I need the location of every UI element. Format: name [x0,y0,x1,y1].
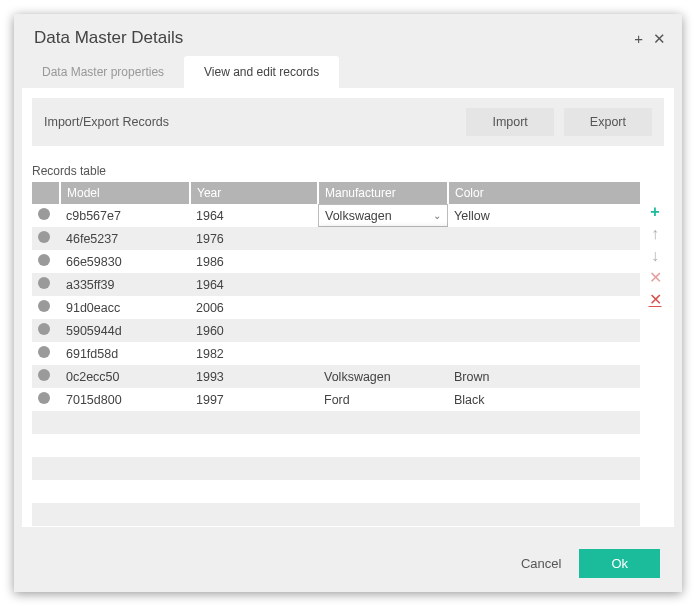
table-row[interactable]: 91d0eacc2006 [32,296,640,319]
cell-manufacturer[interactable] [318,480,448,503]
cell-model[interactable]: 91d0eacc [60,296,190,319]
row-handle[interactable] [32,388,60,411]
move-up-icon[interactable]: ↑ [646,226,664,242]
row-handle[interactable] [32,480,60,503]
row-handle[interactable] [32,434,60,457]
cell-manufacturer[interactable] [318,342,448,365]
cell-model[interactable] [60,434,190,457]
export-button[interactable]: Export [564,108,652,136]
row-handle[interactable] [32,204,60,227]
cell-color[interactable] [448,227,640,250]
move-down-icon[interactable]: ↓ [646,248,664,264]
cell-model[interactable] [60,457,190,480]
cell-model[interactable] [60,480,190,503]
cell-year[interactable]: 1986 [190,250,318,273]
close-icon[interactable]: ✕ [653,31,666,46]
cell-color[interactable] [448,319,640,342]
table-row[interactable] [32,434,640,457]
row-handle[interactable] [32,503,60,526]
row-handle[interactable] [32,342,60,365]
table-row[interactable] [32,457,640,480]
cell-year[interactable] [190,411,318,434]
table-row[interactable] [32,480,640,503]
cell-year[interactable] [190,480,318,503]
cell-year[interactable]: 1993 [190,365,318,388]
cell-year[interactable] [190,457,318,480]
table-row[interactable]: 0c2ecc501993VolkswagenBrown [32,365,640,388]
manufacturer-dropdown[interactable]: Volkswagen⌄ [318,204,448,227]
table-row[interactable]: 691fd58d1982 [32,342,640,365]
table-row[interactable]: 66e598301986 [32,250,640,273]
table-row[interactable]: c9b567e71964Volkswagen⌄SelectVolkswagenC… [32,204,640,227]
row-handle[interactable] [32,250,60,273]
cell-model[interactable] [60,503,190,526]
tab-view-edit[interactable]: View and edit records [184,56,339,88]
cell-color[interactable] [448,457,640,480]
cell-model[interactable]: 5905944d [60,319,190,342]
cell-year[interactable]: 1964 [190,273,318,296]
cell-color[interactable] [448,296,640,319]
cell-manufacturer[interactable]: Volkswagen⌄SelectVolkswagenChryslerFordM… [318,204,448,227]
cell-color[interactable] [448,411,640,434]
add-icon[interactable]: + [634,31,643,46]
cell-manufacturer[interactable] [318,319,448,342]
row-handle[interactable] [32,411,60,434]
cell-manufacturer[interactable] [318,503,448,526]
row-handle[interactable] [32,365,60,388]
cell-manufacturer[interactable] [318,434,448,457]
col-header-color[interactable]: Color [448,182,640,204]
cell-year[interactable]: 1964 [190,204,318,227]
cell-year[interactable]: 1960 [190,319,318,342]
cell-color[interactable] [448,480,640,503]
cell-color[interactable]: Yellow [448,204,640,227]
row-handle[interactable] [32,296,60,319]
delete-all-icon[interactable]: ✕ [646,292,664,308]
cell-year[interactable]: 1976 [190,227,318,250]
col-header-model[interactable]: Model [60,182,190,204]
cell-color[interactable] [448,434,640,457]
table-row[interactable]: 7015d8001997FordBlack [32,388,640,411]
cell-year[interactable] [190,503,318,526]
cell-color[interactable]: Brown [448,365,640,388]
cell-manufacturer[interactable] [318,296,448,319]
delete-row-icon[interactable]: ✕ [646,270,664,286]
cell-color[interactable]: Black [448,388,640,411]
cell-manufacturer[interactable]: Volkswagen [318,365,448,388]
table-row[interactable]: 5905944d1960 [32,319,640,342]
table-row[interactable]: 46fe52371976 [32,227,640,250]
cell-manufacturer[interactable] [318,250,448,273]
cell-model[interactable]: 7015d800 [60,388,190,411]
cell-model[interactable] [60,411,190,434]
col-header-year[interactable]: Year [190,182,318,204]
cell-year[interactable]: 2006 [190,296,318,319]
cell-model[interactable]: 66e59830 [60,250,190,273]
cell-manufacturer[interactable] [318,227,448,250]
cancel-button[interactable]: Cancel [521,556,561,571]
cell-color[interactable] [448,273,640,296]
row-handle[interactable] [32,273,60,296]
cell-model[interactable]: 46fe5237 [60,227,190,250]
add-row-icon[interactable]: + [646,204,664,220]
cell-manufacturer[interactable] [318,411,448,434]
cell-color[interactable] [448,342,640,365]
row-handle[interactable] [32,457,60,480]
cell-color[interactable] [448,250,640,273]
import-button[interactable]: Import [466,108,553,136]
cell-year[interactable]: 1982 [190,342,318,365]
row-handle[interactable] [32,227,60,250]
ok-button[interactable]: Ok [579,549,660,578]
cell-model[interactable]: a335ff39 [60,273,190,296]
cell-color[interactable] [448,503,640,526]
row-handle[interactable] [32,319,60,342]
table-row[interactable]: a335ff391964 [32,273,640,296]
tab-properties[interactable]: Data Master properties [22,56,184,88]
cell-manufacturer[interactable]: Ford [318,388,448,411]
cell-manufacturer[interactable] [318,273,448,296]
cell-year[interactable] [190,434,318,457]
cell-model[interactable]: 0c2ecc50 [60,365,190,388]
table-row[interactable] [32,503,640,526]
cell-manufacturer[interactable] [318,457,448,480]
cell-model[interactable]: c9b567e7 [60,204,190,227]
cell-year[interactable]: 1997 [190,388,318,411]
table-row[interactable] [32,411,640,434]
